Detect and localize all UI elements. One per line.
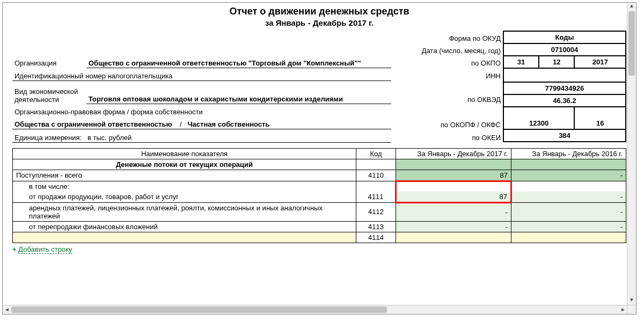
row-value-previous[interactable]: - [511,192,626,203]
code-okud: 0710004 [503,43,626,56]
row-name [13,232,356,243]
col-period-prev: За Январь - Декабрь 2016 г. [511,148,626,159]
report-subtitle: за Январь - Декабрь 2017 г. [12,18,626,27]
date-label: Дата (число, месяц, год) [391,43,503,55]
code-okved: 46.36.2 [503,94,626,107]
add-row-button[interactable]: + Добавить строку [12,245,626,253]
col-name: Наименование показателя [13,148,356,159]
report-title: Отчет о движении денежных средств [12,6,626,17]
okved-label: по ОКВЭД [391,80,503,104]
table-row: Поступления - всего411087- [13,170,626,181]
table-row: в том числе: [13,181,626,192]
codes-header: Коды [503,31,626,43]
scroll-left-icon[interactable]: ◄ [3,305,11,314]
unit-label: Единица измерения: [14,134,82,142]
hscroll-thumb[interactable] [11,306,387,313]
legal-form-sep: / [180,120,182,128]
horizontal-scrollbar[interactable]: ◄ ► [3,305,627,314]
legal-form-2: Частная собственность [187,120,269,128]
table-row: арендных платежей, лицензионных платежей… [13,202,626,221]
row-name: арендных платежей, лицензионных платежей… [13,202,356,221]
activity-value: Торговля оптовая шоколадом и сахаристыми… [86,80,391,104]
legal-form-label: Организационно-правовая форма / форма со… [12,104,391,116]
code-okpo [503,68,626,82]
form-okud-label: Форма по ОКУД [391,31,503,43]
row-name: в том числе: [13,181,356,192]
table-row: от перепродажи финансовых вложений4113-- [13,221,626,232]
header-block: Форма по ОКУД Коды 0710004 31 12 2017 77… [12,31,626,143]
code-okei: 384 [503,129,626,142]
row-value-previous[interactable] [511,232,626,243]
row-value-previous[interactable] [511,181,626,192]
row-code: 4111 [356,192,396,203]
row-value-current[interactable]: - [396,221,511,232]
table-row: 4114 [13,232,626,243]
codes-table: Коды 0710004 31 12 2017 7799434926 46.36… [503,31,626,142]
okpo-label: по ОКПО [391,55,503,68]
row-name: от продажи продукции, товаров, работ и у… [13,192,356,203]
row-name: от перепродажи финансовых вложений [13,221,356,232]
org-label: Организация [12,55,86,68]
okopf-okfs-label: по ОКОПФ / ОКФС [391,116,503,129]
row-code: 4112 [356,202,396,221]
row-value-previous[interactable]: - [511,202,626,221]
vertical-scrollbar[interactable]: ▲ ▼ [627,3,636,305]
document-viewport: Отчет о движении денежных средств за Янв… [2,2,636,314]
row-code: 4113 [356,221,396,232]
row-name: Поступления - всего [13,170,356,181]
row-code [356,181,396,192]
main-data-table: Наименование показателя Код За Январь - … [12,148,626,243]
legal-form-1: Общества с ограниченной ответственностью [14,120,172,128]
code-inn: 7799434926 [503,82,626,94]
scroll-right-icon[interactable]: ► [619,305,627,314]
row-value-current[interactable]: 87 [396,170,511,181]
code-date-day: 31 [503,56,539,68]
org-value: Общество с ограниченной ответственностью… [86,55,391,68]
section-header: Денежные потоки от текущих операций [13,159,356,170]
unit-value: в тыс. рублей [87,134,131,142]
table-row: от продажи продукции, товаров, работ и у… [13,192,626,203]
row-value-previous[interactable]: - [511,221,626,232]
row-value-current[interactable]: - [396,202,511,221]
scroll-down-icon[interactable]: ▼ [627,297,636,305]
add-row-label: Добавить строку [18,245,72,254]
activity-label: Вид экономической деятельности [12,80,86,104]
row-value-current[interactable]: 87 [396,192,511,203]
row-code: 4110 [356,170,396,181]
code-okopf: 12300 [503,107,574,129]
row-code: 4114 [356,232,396,243]
code-okfs: 16 [574,107,626,129]
code-date-year: 2017 [574,56,626,68]
scroll-corner [627,305,636,314]
col-code: Код [356,148,396,159]
okei-label: по ОКЕИ [391,129,503,142]
row-value-current[interactable] [396,181,511,192]
row-value-current[interactable] [396,232,511,243]
vscroll-thumb[interactable] [628,11,635,76]
inn-label: ИНН [391,68,503,80]
col-period-cur: За Январь - Декабрь 2017 г. [396,148,511,159]
code-date-month: 12 [539,56,574,68]
plus-icon: + [12,245,17,253]
scroll-up-icon[interactable]: ▲ [627,3,636,11]
inn-line-label: Идентификационный номер налогоплательщик… [12,68,391,80]
row-value-previous[interactable]: - [511,170,626,181]
